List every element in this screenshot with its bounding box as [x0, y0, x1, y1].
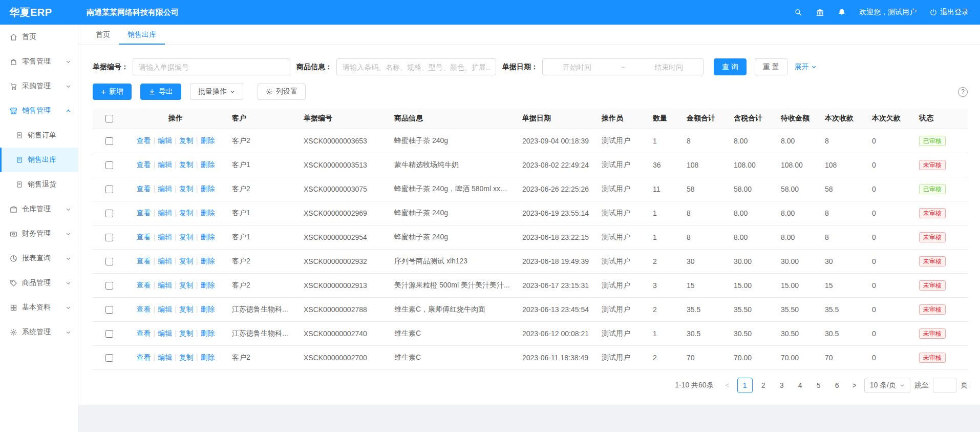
next-page-button[interactable]: >: [849, 378, 860, 393]
end-date-input[interactable]: [638, 63, 699, 71]
table-row: 查看|编辑|复制|删除 客户1 XSCK00000002969 蜂蜜柚子茶 24…: [93, 201, 968, 225]
expand-link[interactable]: 展开: [795, 63, 817, 72]
add-button[interactable]: + 新增: [93, 84, 132, 100]
sidebar-item-purchase[interactable]: 采购管理: [0, 74, 78, 98]
delete-link[interactable]: 删除: [200, 305, 215, 313]
cell-amount: 30: [680, 249, 728, 273]
delete-link[interactable]: 删除: [200, 160, 215, 169]
view-link[interactable]: 查看: [137, 209, 151, 217]
tab-home[interactable]: 首页: [87, 25, 119, 45]
logout-button[interactable]: 退出登录: [930, 8, 969, 17]
edit-link[interactable]: 编辑: [158, 281, 172, 289]
cell-debt: 0: [866, 249, 913, 273]
page-button-3[interactable]: 3: [774, 378, 790, 393]
prev-page-button[interactable]: <: [722, 378, 733, 393]
edit-link[interactable]: 编辑: [158, 233, 172, 241]
row-checkbox[interactable]: [105, 137, 113, 145]
row-checkbox[interactable]: [105, 234, 113, 241]
copy-link[interactable]: 复制: [179, 160, 194, 169]
page-size-select[interactable]: 10 条/页: [864, 378, 910, 393]
edit-link[interactable]: 编辑: [158, 184, 172, 193]
delete-link[interactable]: 删除: [200, 136, 215, 145]
help-icon[interactable]: ?: [958, 87, 968, 97]
copy-link[interactable]: 复制: [179, 329, 194, 337]
cell-date: 2023-06-17 23:15:31: [516, 273, 595, 297]
reset-button[interactable]: 重 置: [755, 58, 787, 75]
export-button[interactable]: 导出: [140, 84, 181, 100]
copy-link[interactable]: 复制: [179, 281, 194, 289]
copy-link[interactable]: 复制: [179, 209, 194, 217]
product-info-input[interactable]: [336, 58, 496, 75]
edit-link[interactable]: 编辑: [158, 305, 172, 313]
start-date-input[interactable]: [547, 63, 607, 71]
edit-link[interactable]: 编辑: [158, 209, 172, 217]
view-link[interactable]: 查看: [137, 305, 151, 313]
view-link[interactable]: 查看: [137, 353, 151, 361]
delete-link[interactable]: 删除: [200, 209, 215, 217]
page-button-1[interactable]: 1: [737, 378, 753, 393]
sidebar-item-finance[interactable]: 财务管理: [0, 221, 78, 246]
page-button-4[interactable]: 4: [793, 378, 808, 393]
sidebar-item-sales-orders[interactable]: 销售订单: [0, 123, 78, 148]
view-link[interactable]: 查看: [137, 257, 151, 265]
tab-sales-outbound[interactable]: 销售出库: [119, 25, 165, 45]
copy-link[interactable]: 复制: [179, 257, 194, 265]
view-link[interactable]: 查看: [137, 184, 151, 193]
page-button-5[interactable]: 5: [811, 378, 826, 393]
view-link[interactable]: 查看: [137, 329, 151, 337]
app-logo[interactable]: 华夏ERP: [0, 6, 78, 19]
bank-icon[interactable]: [816, 8, 824, 17]
sidebar-item-home[interactable]: 首页: [0, 25, 78, 49]
sidebar-item-sales[interactable]: 销售管理: [0, 98, 78, 123]
sidebar-item-warehouse[interactable]: 仓库管理: [0, 197, 78, 221]
edit-link[interactable]: 编辑: [158, 257, 172, 265]
edit-link[interactable]: 编辑: [158, 329, 172, 337]
add-button-label: 新增: [109, 87, 123, 96]
row-checkbox[interactable]: [105, 330, 113, 338]
view-link[interactable]: 查看: [137, 136, 151, 145]
view-link[interactable]: 查看: [137, 281, 151, 289]
search-icon[interactable]: [794, 8, 802, 16]
row-checkbox[interactable]: [105, 161, 113, 169]
select-all-checkbox[interactable]: [105, 115, 113, 122]
bell-icon[interactable]: [838, 8, 846, 16]
search-button[interactable]: 查 询: [714, 58, 747, 75]
copy-link[interactable]: 复制: [179, 305, 194, 313]
document-icon: [16, 132, 23, 139]
row-checkbox[interactable]: [105, 210, 113, 217]
date-range-picker[interactable]: ~: [542, 58, 704, 75]
sidebar-item-sales-outbound[interactable]: 销售出库: [0, 148, 78, 172]
edit-link[interactable]: 编辑: [158, 353, 172, 361]
page-button-6[interactable]: 6: [829, 378, 845, 393]
copy-link[interactable]: 复制: [179, 353, 194, 361]
batch-operations-button[interactable]: 批量操作: [190, 84, 243, 100]
sidebar-item-reports[interactable]: 报表查询: [0, 246, 78, 271]
row-checkbox[interactable]: [105, 354, 113, 362]
column-settings-button[interactable]: 列设置: [258, 84, 306, 100]
delete-link[interactable]: 删除: [200, 233, 215, 241]
sidebar-item-products[interactable]: 商品管理: [0, 271, 78, 295]
doc-number-input[interactable]: [133, 58, 290, 75]
row-checkbox[interactable]: [105, 282, 113, 290]
sidebar-item-system[interactable]: 系统管理: [0, 320, 78, 344]
copy-link[interactable]: 复制: [179, 136, 194, 145]
delete-link[interactable]: 删除: [200, 353, 215, 361]
delete-link[interactable]: 删除: [200, 257, 215, 265]
edit-link[interactable]: 编辑: [158, 136, 172, 145]
delete-link[interactable]: 删除: [200, 281, 215, 289]
jump-input[interactable]: [933, 378, 956, 393]
sidebar-item-sales-returns[interactable]: 销售退货: [0, 172, 78, 197]
row-checkbox[interactable]: [105, 186, 113, 193]
row-checkbox[interactable]: [105, 306, 113, 314]
delete-link[interactable]: 删除: [200, 184, 215, 193]
view-link[interactable]: 查看: [137, 233, 151, 241]
page-button-2[interactable]: 2: [756, 378, 771, 393]
edit-link[interactable]: 编辑: [158, 160, 172, 169]
delete-link[interactable]: 删除: [200, 329, 215, 337]
sidebar-item-basic-data[interactable]: 基本资料: [0, 295, 78, 320]
sidebar-item-retail[interactable]: 零售管理: [0, 49, 78, 74]
copy-link[interactable]: 复制: [179, 233, 194, 241]
view-link[interactable]: 查看: [137, 160, 151, 169]
row-checkbox[interactable]: [105, 258, 113, 265]
copy-link[interactable]: 复制: [179, 184, 194, 193]
